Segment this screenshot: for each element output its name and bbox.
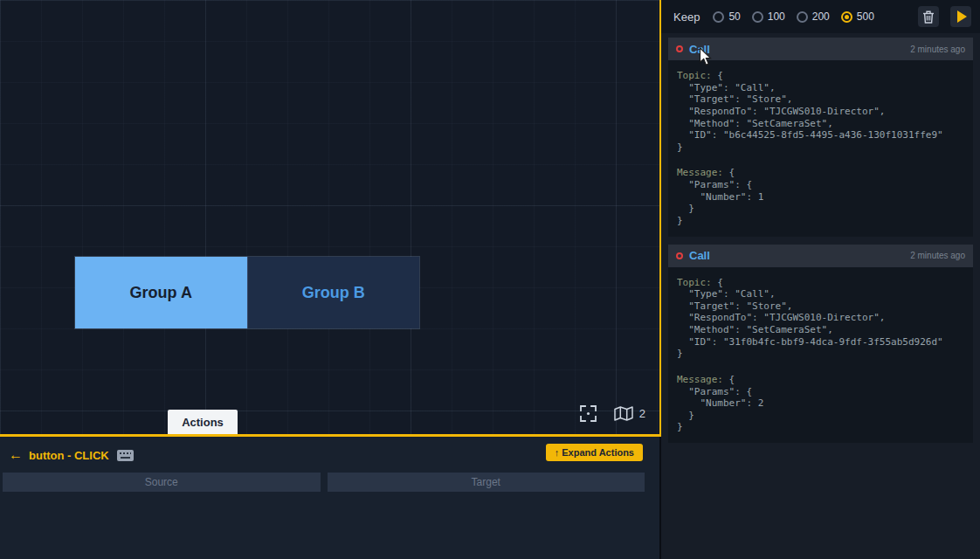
- topic-code: { "Type": "Call", "Target": "Store", "Re…: [677, 70, 943, 153]
- keep-option-50[interactable]: 50: [713, 10, 740, 23]
- actions-panel: ← button - CLICK ↑ Expand Actions: [0, 437, 661, 559]
- actions-tab[interactable]: Actions: [168, 410, 238, 434]
- map-icon: [614, 406, 633, 421]
- message-timestamp: 2 minutes ago: [910, 45, 965, 54]
- message-title[interactable]: Call: [689, 249, 710, 262]
- radio-label: 100: [768, 10, 785, 23]
- message-label: Message:: [677, 167, 723, 178]
- message-list: Call 2 minutes ago Topic: { "Type": "Cal…: [661, 33, 980, 447]
- app-root: Group A Group B Actions 2: [0, 0, 980, 559]
- play-button[interactable]: [950, 6, 971, 27]
- topic-label: Topic:: [677, 277, 712, 288]
- expand-actions-button[interactable]: ↑ Expand Actions: [546, 444, 643, 461]
- topic-code: { "Type": "Call", "Target": "Store", "Re…: [677, 277, 943, 360]
- radio-icon: [713, 11, 724, 23]
- clear-messages-button[interactable]: [918, 6, 939, 27]
- left-column: Group A Group B Actions 2: [0, 0, 661, 559]
- trash-icon: [922, 10, 935, 24]
- radio-label: 50: [728, 10, 740, 23]
- message-json: Message: { "Params": { "Number": 1 } }: [677, 167, 964, 226]
- call-status-icon: [676, 45, 683, 52]
- group-b-button[interactable]: Group B: [247, 257, 420, 328]
- keep-label: Keep: [673, 10, 700, 24]
- message-timestamp: 2 minutes ago: [910, 251, 965, 260]
- keep-toolbar: Keep 50 100 200 500: [661, 0, 980, 33]
- map-button[interactable]: 2: [614, 406, 645, 421]
- action-title: button - CLICK: [29, 449, 109, 462]
- keyboard-icon: [117, 450, 134, 461]
- radio-label: 200: [812, 10, 830, 23]
- flow-canvas[interactable]: Group A Group B Actions 2: [0, 0, 661, 437]
- message-inspector: Keep 50 100 200 500: [661, 0, 980, 559]
- keep-option-200[interactable]: 200: [797, 10, 830, 23]
- message-label: Message:: [677, 374, 723, 385]
- radio-icon: [797, 11, 808, 23]
- radio-label: 500: [857, 10, 874, 23]
- keep-option-500[interactable]: 500: [841, 10, 874, 23]
- back-button[interactable]: ←: [9, 448, 23, 462]
- radio-icon: [752, 11, 763, 23]
- keep-option-100[interactable]: 100: [752, 10, 785, 23]
- topic-json: Topic: { "Type": "Call", "Target": "Stor…: [677, 70, 964, 153]
- message-card-header[interactable]: Call 2 minutes ago: [668, 38, 973, 60]
- target-input[interactable]: [328, 473, 645, 492]
- map-count: 2: [639, 407, 645, 420]
- message-card-body: Topic: { "Type": "Call", "Target": "Stor…: [668, 267, 973, 444]
- topic-json: Topic: { "Type": "Call", "Target": "Stor…: [677, 277, 964, 360]
- message-card: Call 2 minutes ago Topic: { "Type": "Cal…: [668, 245, 973, 444]
- mapping-row: [3, 473, 645, 492]
- play-icon: [957, 10, 967, 23]
- actions-panel-header: ← button - CLICK ↑ Expand Actions: [9, 445, 645, 465]
- source-input[interactable]: [3, 473, 321, 492]
- message-title[interactable]: Call: [689, 43, 710, 56]
- topic-label: Topic:: [677, 70, 712, 81]
- message-card: Call 2 minutes ago Topic: { "Type": "Cal…: [668, 38, 973, 237]
- message-json: Message: { "Params": { "Number": 2 } }: [677, 374, 964, 433]
- fit-view-button[interactable]: [580, 405, 597, 422]
- canvas-toolbar: 2: [580, 405, 645, 422]
- radio-icon: [841, 11, 852, 23]
- group-a-button[interactable]: Group A: [75, 257, 247, 328]
- fit-view-icon: [580, 405, 597, 422]
- message-card-header[interactable]: Call 2 minutes ago: [668, 245, 973, 267]
- call-status-icon: [676, 252, 683, 259]
- message-card-body: Topic: { "Type": "Call", "Target": "Stor…: [668, 60, 973, 237]
- group-toggle: Group A Group B: [74, 256, 420, 329]
